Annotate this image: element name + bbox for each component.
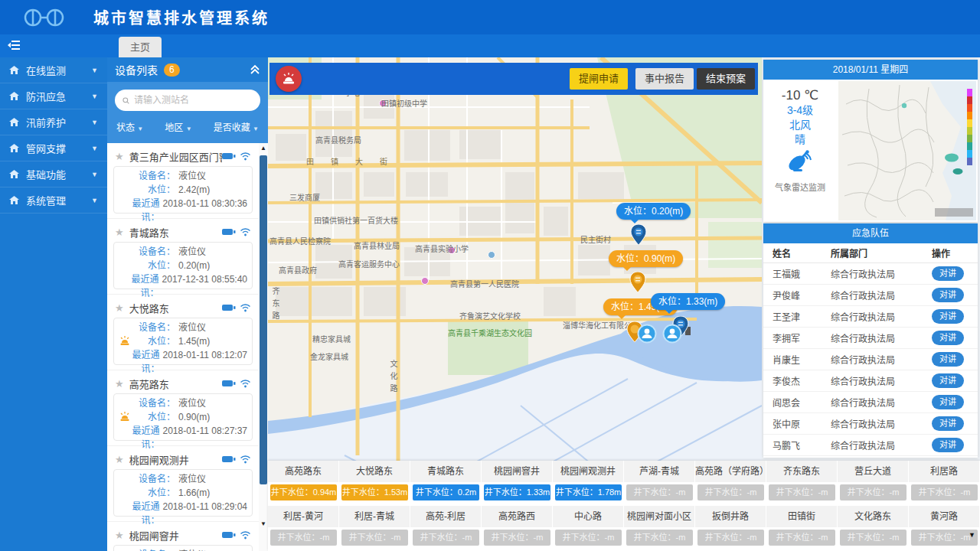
tab-home[interactable]: 主页 [119,37,162,57]
station-name: 高苑-利居 [410,506,482,527]
member-dept: 综合行政执法局 [831,331,932,344]
station-name: 黄河路 [909,506,980,527]
chevron-down-icon: ▼ [137,126,143,132]
station-name: 营丘大道 [838,461,909,482]
app-title: 城市智慧排水管理系统 [93,6,270,28]
filter-favorite[interactable]: 是否收藏 ▼ [214,120,259,133]
device-card[interactable]: ★ 大悦路东 设备名：液位仪 水位：1.45(m) 最近通讯：2018-01-1… [107,294,259,365]
device-card[interactable]: ★ 桃园闸窨井 设备名：液位仪 水位：1.33(m) [107,521,259,551]
map-label: 精忠家具城 [312,333,351,344]
device-card[interactable]: ★ 桃园闸观测井 设备名：液位仪 水位：1.66(m) 最近通讯：2018-01… [107,445,259,517]
scroll-up-arrow[interactable]: ▲ [259,143,268,154]
gate-lift-request-button[interactable]: 提闸申请 [570,68,628,90]
map-label: 民主街村 [580,233,611,245]
water-level-chip: 井下水位：-m [626,530,693,546]
table-row: 李俊杰综合行政执法局对讲 [763,370,978,392]
water-level-bubble[interactable]: 水位：1.33(m) [651,293,725,310]
station-name: 桃园闸窨井 [482,461,553,482]
talk-button[interactable]: 对讲 [932,288,964,302]
device-name: 青城路东 [129,225,222,240]
sidebar-item-flood-emergency[interactable]: 防汛应急▼ [0,83,107,109]
incident-report-button[interactable]: 事中报告 [635,68,694,90]
sidebar-item-preflood-maintenance[interactable]: 汛前养护▼ [0,109,107,135]
favorite-star-icon[interactable]: ★ [115,378,124,390]
road-label: 齐东路 [270,287,281,324]
station-name: 文化路东 [838,506,909,527]
filter-status[interactable]: 状态 ▼ [116,120,143,133]
device-card[interactable]: ★ 青城路东 设备名：液位仪 水位：0.20(m) 最近通讯：2017-12-3… [107,218,259,289]
map-pin-blue[interactable] [630,224,647,246]
map-label: 高青县税务局 [315,134,361,145]
talk-button[interactable]: 对讲 [932,352,964,367]
map-label: 高青县实验小学 [415,243,469,254]
scrollbar-thumb[interactable] [260,155,267,484]
strip-scroll-down-arrow[interactable]: ▼ [969,531,975,539]
member-dept: 综合行政执法局 [831,417,932,430]
water-level-bubble[interactable]: 水位：0.20(m) [616,203,691,220]
map-pin-orange[interactable] [629,272,646,293]
water-level-chip: 井下水位：-m [555,530,622,546]
water-level-bubble[interactable]: 水位：0.90(m) [609,250,683,267]
device-list-scrollbar: ▲ ▼ [259,143,268,551]
weather-panel: 2018/01/11 星期四 -10 ℃ 3-4级 北风 晴 气象雷达监测 [763,60,978,222]
water-level-chip: 井下水位：-m [840,530,906,546]
water-level-chip: 井下水位：1.53m [341,484,408,500]
battery-icon [222,228,236,236]
talk-button[interactable]: 对讲 [932,373,964,388]
tab-bar: 主页 [0,34,980,57]
sidebar-item-system-management[interactable]: 系统管理▼ [0,187,107,214]
road-label: 田镇大街 [306,155,404,167]
device-name: 黄三角产业园区西门窨井 [129,149,222,164]
map-label: 齐鲁演艺文化学校 [459,310,521,321]
person-marker[interactable] [637,324,657,344]
talk-button[interactable]: 对讲 [932,266,964,281]
device-list: ★ 黄三角产业园区西门窨井 设备名：液位仪 水位：2.42(m) 最近通讯：20… [107,143,259,551]
talk-button[interactable]: 对讲 [932,416,964,431]
sidebar-collapse-icon[interactable] [8,40,20,54]
favorite-star-icon[interactable]: ★ [115,454,124,465]
member-name: 马鹏飞 [773,439,831,452]
sidebar-item-basic-functions[interactable]: 基础功能▼ [0,161,107,187]
favorite-star-icon[interactable]: ★ [115,530,124,541]
station-name: 利居路 [909,461,980,482]
station-name: 芦湖-青城 [624,461,695,482]
wifi-icon [240,152,251,161]
table-row: 阎思会综合行政执法局对讲 [763,392,978,413]
device-count-badge: 6 [164,64,180,77]
map-label: 田镇初级中学 [381,97,427,109]
alarm-siren-icon[interactable] [276,66,302,92]
device-card[interactable]: ★ 高苑路东 设备名：液位仪 水位：0.90(m) 最近通讯：2018-01-1… [107,370,259,441]
station-name: 大悦路东 [339,461,410,482]
device-card[interactable]: ★ 黄三角产业园区西门窨井 设备名：液位仪 水位：2.42(m) 最近通讯：20… [107,143,259,214]
water-level-chip: 井下水位：-m [769,484,835,500]
talk-button[interactable]: 对讲 [932,395,964,409]
water-level-chip: 井下水位：-m [697,484,764,500]
device-search-zone: 状态 ▼ 地区 ▼ 是否收藏 ▼ [107,82,268,143]
station-search-input[interactable] [134,95,253,106]
station-name: 青城路东 [410,461,482,482]
station-name: 扳倒井路 [695,506,766,527]
talk-button[interactable]: 对讲 [932,331,964,345]
home-icon [9,144,19,152]
talk-button[interactable]: 对讲 [932,309,964,324]
table-row: 王福娥综合行政执法局对讲 [763,263,978,285]
chevron-down-icon: ▼ [91,171,98,178]
device-list-panel: 设备列表 6 状态 ▼ 地区 ▼ 是否收藏 ▼ ★ 黄三角产业园区西门窨井 [107,57,268,551]
filter-region[interactable]: 地区 ▼ [165,120,191,133]
scroll-down-arrow[interactable]: ▼ [259,519,268,530]
water-level-chip: 井下水位：-m [270,530,337,546]
person-marker[interactable] [662,324,682,344]
wifi-icon [240,530,251,540]
favorite-star-icon[interactable]: ★ [115,302,124,314]
talk-button[interactable]: 对讲 [932,438,964,452]
top-header: 城市智慧排水管理系统 [0,0,980,34]
sidebar-item-pipe-network[interactable]: 管网支撑▼ [0,135,107,161]
water-level-chip: 井下水位：-m [840,484,906,500]
member-dept: 综合行政执法局 [831,289,932,302]
weather-date: 2018/01/11 星期四 [763,60,978,80]
end-plan-button[interactable]: 结束预案 [697,68,755,90]
collapse-panel-icon[interactable] [250,64,260,75]
sidebar-item-online-monitoring[interactable]: 在线监测▼ [0,57,107,83]
favorite-star-icon[interactable]: ★ [115,227,124,238]
favorite-star-icon[interactable]: ★ [115,151,124,162]
